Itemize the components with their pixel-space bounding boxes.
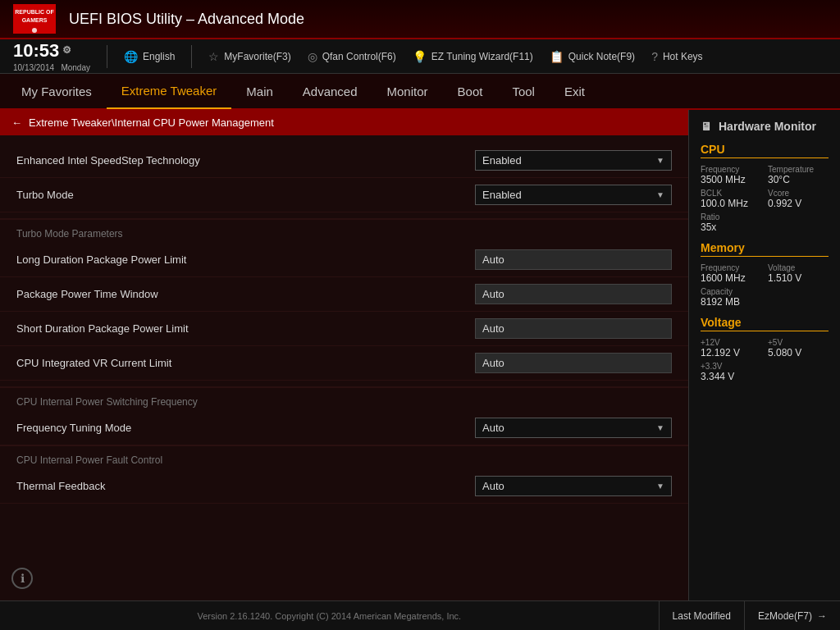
separator-2	[0, 381, 688, 387]
hw-v5-value: 5.080 V	[768, 347, 829, 358]
pkg-time-label: Package Power Time Window	[16, 288, 475, 300]
chevron-down-icon: ▼	[656, 423, 664, 432]
settings-icon[interactable]: ⚙	[62, 44, 71, 57]
footer: Version 2.16.1240. Copyright (C) 2014 Am…	[0, 600, 840, 630]
qfan-button[interactable]: ◎ Qfan Control(F6)	[308, 50, 396, 63]
thermal-feedback-dropdown[interactable]: Auto ▼	[475, 476, 672, 496]
turbo-mode-dropdown[interactable]: Enabled ▼	[475, 185, 672, 205]
hw-v5-label: +5V	[768, 338, 829, 347]
nav-my-favorites[interactable]: My Favorites	[7, 73, 107, 109]
hw-mem-freq-group: Frequency 1600 MHz	[701, 263, 761, 284]
hardware-monitor-panel: 🖥 Hardware Monitor CPU Frequency 3500 MH…	[688, 110, 840, 600]
hw-cpu-bclk-group: BCLK 100.0 MHz	[701, 189, 761, 209]
pkg-time-input[interactable]: Auto	[475, 284, 672, 304]
chevron-down-icon: ▼	[656, 482, 664, 491]
hw-v33-label: +3.3V	[701, 362, 829, 371]
nav-main[interactable]: Main	[231, 73, 288, 109]
qfan-icon: ◎	[308, 50, 317, 63]
hw-mem-freq-label: Frequency	[701, 263, 761, 272]
hw-cpu-bclk-value: 100.0 MHz	[701, 198, 761, 209]
hw-memory-title: Memory	[701, 241, 829, 257]
separator-1	[0, 212, 688, 219]
hw-cpu-grid: Frequency 3500 MHz Temperature 30°C BCLK…	[701, 165, 829, 233]
main-layout: ← Extreme Tweaker\Internal CPU Power Man…	[0, 110, 840, 600]
toolbar: 10:53 ⚙ 10/13/2014 Monday 🌐 English ☆ My…	[0, 39, 840, 74]
ez-mode-button[interactable]: EzMode(F7) →	[744, 601, 840, 630]
hw-mem-capacity-value: 8192 MB	[701, 296, 829, 308]
hw-voltage-title: Voltage	[701, 316, 829, 331]
nav-monitor[interactable]: Monitor	[372, 73, 443, 109]
ez-mode-label: EzMode(F7)	[758, 610, 812, 622]
hw-v33-value: 3.344 V	[701, 371, 829, 382]
setting-short-duration: Short Duration Package Power Limit Auto	[0, 312, 688, 346]
settings-list: Enhanced Intel SpeedStep Technology Enab…	[0, 135, 688, 512]
language-button[interactable]: 🌐 English	[124, 50, 175, 63]
hotkeys-icon: ?	[651, 50, 658, 63]
eztuning-icon: 💡	[413, 50, 427, 63]
setting-speedstep: Enhanced Intel SpeedStep Technology Enab…	[0, 144, 688, 178]
quicknote-button[interactable]: 📋 Quick Note(F9)	[550, 50, 635, 63]
turbo-mode-label: Turbo Mode	[16, 189, 475, 201]
footer-actions: Last Modified EzMode(F7) →	[659, 601, 840, 630]
hw-cpu-bclk-label: BCLK	[701, 189, 761, 198]
svg-text:GAMERS: GAMERS	[22, 17, 48, 23]
chevron-down-icon: ▼	[656, 156, 664, 165]
freq-tuning-dropdown[interactable]: Auto ▼	[475, 418, 672, 438]
svg-text:REPUBLIC OF: REPUBLIC OF	[15, 9, 54, 15]
language-label: English	[143, 51, 175, 62]
hw-monitor-title: 🖥 Hardware Monitor	[701, 120, 829, 133]
section-fault-control: CPU Internal Power Fault Control	[0, 445, 688, 469]
hw-voltage-grid: +12V 12.192 V +5V 5.080 V +3.3V 3.344 V	[701, 338, 829, 382]
setting-long-duration: Long Duration Package Power Limit Auto	[0, 243, 688, 277]
datetime-display: 10:53 ⚙ 10/13/2014 Monday	[13, 39, 90, 74]
time-display: 10:53 ⚙	[13, 39, 90, 63]
hw-cpu-freq-group: Frequency 3500 MHz	[701, 165, 761, 185]
toolbar-separator-2	[191, 45, 192, 68]
header: REPUBLIC OF GAMERS UEFI BIOS Utility – A…	[0, 0, 840, 39]
hotkeys-button[interactable]: ? Hot Keys	[651, 50, 702, 63]
monitor-icon: 🖥	[701, 120, 712, 133]
hw-cpu-freq-value: 3500 MHz	[701, 174, 761, 185]
myfavorite-icon: ☆	[208, 50, 219, 63]
setting-thermal-feedback: Thermal Feedback Auto ▼	[0, 469, 688, 504]
nav-tool[interactable]: Tool	[497, 73, 550, 109]
setting-pkg-time-window: Package Power Time Window Auto	[0, 277, 688, 312]
eztuning-button[interactable]: 💡 EZ Tuning Wizard(F11)	[413, 50, 533, 63]
breadcrumb-path: Extreme Tweaker\Internal CPU Power Manag…	[29, 116, 274, 129]
thermal-feedback-label: Thermal Feedback	[16, 480, 475, 492]
last-modified-button[interactable]: Last Modified	[659, 601, 744, 630]
myfavorite-button[interactable]: ☆ MyFavorite(F3)	[208, 50, 290, 63]
long-duration-input[interactable]: Auto	[475, 249, 672, 270]
hw-mem-voltage-group: Voltage 1.510 V	[768, 263, 829, 284]
section-turbo-params: Turbo Mode Parameters	[0, 219, 688, 243]
hw-mem-capacity-group: Capacity 8192 MB	[701, 287, 829, 308]
nav-boot[interactable]: Boot	[443, 73, 498, 109]
toolbar-separator-1	[107, 45, 107, 68]
nav-exit[interactable]: Exit	[550, 73, 600, 109]
info-button[interactable]: ℹ	[11, 568, 33, 589]
hw-v12-value: 12.192 V	[701, 347, 761, 358]
app-title: UEFI BIOS Utility – Advanced Mode	[69, 11, 304, 28]
hw-cpu-ratio-label: Ratio	[701, 212, 761, 221]
hotkeys-label: Hot Keys	[663, 51, 703, 62]
hw-cpu-vcore-value: 0.992 V	[768, 198, 829, 209]
hw-v12-group: +12V 12.192 V	[701, 338, 761, 358]
hw-mem-freq-value: 1600 MHz	[701, 272, 761, 284]
last-modified-label: Last Modified	[673, 610, 731, 622]
hw-v5-group: +5V 5.080 V	[768, 338, 829, 358]
breadcrumb: ← Extreme Tweaker\Internal CPU Power Man…	[0, 110, 688, 135]
vr-current-input[interactable]: Auto	[475, 353, 672, 373]
speedstep-dropdown[interactable]: Enabled ▼	[475, 150, 672, 171]
nav-advanced[interactable]: Advanced	[288, 73, 372, 109]
freq-tuning-label: Frequency Tuning Mode	[16, 422, 475, 434]
eztuning-label: EZ Tuning Wizard(F11)	[431, 51, 533, 62]
nav-extreme-tweaker[interactable]: Extreme Tweaker	[107, 73, 231, 109]
setting-freq-tuning: Frequency Tuning Mode Auto ▼	[0, 411, 688, 445]
quicknote-label: Quick Note(F9)	[568, 51, 635, 62]
hw-mem-voltage-value: 1.510 V	[768, 272, 829, 284]
speedstep-label: Enhanced Intel SpeedStep Technology	[16, 154, 475, 167]
vr-current-label: CPU Integrated VR Current Limit	[16, 357, 475, 369]
main-nav: My Favorites Extreme Tweaker Main Advanc…	[0, 74, 840, 110]
short-duration-input[interactable]: Auto	[475, 318, 672, 339]
hw-cpu-vcore-label: Vcore	[768, 189, 829, 198]
